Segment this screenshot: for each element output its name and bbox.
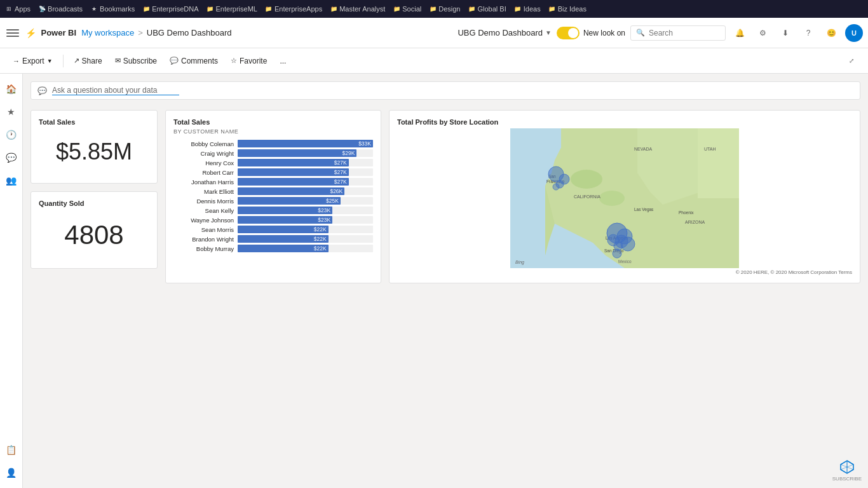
- hamburger-menu[interactable]: [5, 25, 20, 41]
- map-svg: NEVADA CALIFORNIA UTAH ARIZONA San Franc…: [397, 128, 852, 268]
- header-center: UBG Demo Dashboard ▼: [458, 28, 552, 37]
- bar-fill: $22K: [238, 235, 329, 243]
- subscribe-label: SUBSCRIBE: [832, 476, 862, 482]
- total-sales-card: Total Sales $5.85M: [31, 110, 158, 184]
- notification-icon[interactable]: 🔔: [731, 24, 749, 42]
- svg-text:CALIFORNIA: CALIFORNIA: [574, 194, 600, 199]
- sidebar-favorites[interactable]: ★: [1, 102, 22, 122]
- bm-ideas[interactable]: 📁 Ideas: [514, 5, 541, 13]
- bar-label: Dennis Morris: [173, 198, 234, 205]
- bar-row: Brandon Wright$22K: [173, 235, 373, 243]
- bar-value: $33K: [358, 140, 373, 147]
- bm-social[interactable]: 📁 Social: [393, 5, 421, 13]
- bm-enterpriseapps[interactable]: 📁 EnterpriseApps: [265, 5, 322, 13]
- sidebar-shared[interactable]: 👥: [1, 170, 22, 191]
- header-left: ⚡ Power BI My workspace > UBG Demo Dashb…: [5, 25, 452, 41]
- toggle-switch[interactable]: [557, 27, 580, 39]
- mail-icon: ✉: [115, 57, 121, 65]
- breadcrumb-separator: >: [138, 28, 143, 37]
- svg-text:UTAH: UTAH: [704, 147, 716, 151]
- ask-question-bar[interactable]: 💬 Ask a question about your data: [31, 81, 860, 100]
- bm-enterpriseml[interactable]: 📁 EnterpriseML: [207, 5, 257, 13]
- bm-bizideas[interactable]: 📁 Biz Ideas: [548, 5, 587, 13]
- breadcrumb: My workspace > UBG Demo Dashboard: [81, 28, 231, 37]
- help-icon[interactable]: ?: [799, 24, 817, 42]
- bar-label: Bobby Murray: [173, 245, 234, 252]
- folder-icon: 📁: [548, 5, 556, 13]
- svg-text:Las Vegas: Las Vegas: [634, 207, 654, 212]
- map-container: NEVADA CALIFORNIA UTAH ARIZONA San Franc…: [397, 128, 852, 268]
- sidebar-apps[interactable]: 💬: [1, 147, 22, 168]
- share-icon: ↗: [74, 57, 79, 65]
- bar-row: Wayne Johnson$23K: [173, 216, 373, 224]
- bar-fill: $22K: [238, 245, 329, 252]
- toolbar: → Export ▼ ↗ Share ✉ Subscribe 💬 Comment…: [0, 48, 868, 74]
- sidebar-home[interactable]: 🏠: [1, 79, 22, 99]
- svg-text:Bing: Bing: [515, 260, 524, 265]
- share-button[interactable]: ↗ Share: [69, 54, 107, 68]
- bar-track: $25K: [238, 197, 373, 205]
- feedback-icon[interactable]: 😊: [822, 24, 840, 42]
- download-icon[interactable]: ⬇: [776, 24, 794, 42]
- bm-apps[interactable]: ⊞ Apps: [5, 5, 31, 13]
- bar-row: Sean Kelly$23K: [173, 207, 373, 214]
- bookmarks-bar: ⊞ Apps 📡 Broadcasts ★ Bookmarks 📁 Enterp…: [0, 0, 868, 18]
- ask-question-text[interactable]: Ask a question about your data: [52, 86, 853, 95]
- quantity-sold-value: 4808: [39, 210, 149, 261]
- map-card: Total Profits by Store Location: [389, 110, 860, 283]
- more-button[interactable]: ...: [275, 54, 291, 68]
- avatar[interactable]: U: [845, 24, 863, 42]
- bar-row: Robert Carr$27K: [173, 168, 373, 176]
- bar-track: $23K: [238, 216, 373, 224]
- toggle-knob: [568, 28, 578, 38]
- bm-globalbi[interactable]: 📁 Global BI: [468, 5, 506, 13]
- star-icon: ★: [90, 5, 98, 13]
- bar-fill: $26K: [238, 187, 344, 195]
- search-box[interactable]: 🔍: [630, 25, 726, 41]
- bar-chart-subtitle: BY CUSTOMER NAME: [173, 128, 373, 135]
- sidebar-recent[interactable]: 🕐: [1, 125, 22, 145]
- bar-label: Brandon Wright: [173, 236, 234, 243]
- broadcasts-icon: 📡: [38, 5, 46, 13]
- power-bi-logo: ⚡: [25, 28, 36, 38]
- svg-rect-6: [510, 128, 545, 268]
- bar-value: $29K: [342, 150, 357, 156]
- settings-icon[interactable]: ⚙: [754, 24, 771, 42]
- bar-value: $23K: [318, 217, 332, 223]
- bar-track: $33K: [238, 140, 373, 147]
- sidebar: 🏠 ★ 🕐 💬 👥 📋 👤: [0, 74, 23, 488]
- bm-design[interactable]: 📁 Design: [429, 5, 460, 13]
- svg-marker-4: [663, 205, 739, 268]
- search-input[interactable]: [649, 29, 720, 37]
- bar-track: $26K: [238, 187, 373, 195]
- comments-button[interactable]: 💬 Comments: [165, 54, 223, 68]
- bar-fill: $22K: [238, 226, 329, 233]
- app-name: Power BI: [41, 28, 77, 37]
- bar-row: Henry Cox$27K: [173, 159, 373, 166]
- export-button[interactable]: → Export ▼: [8, 54, 58, 68]
- svg-point-29: [613, 249, 621, 258]
- workspace-link[interactable]: My workspace: [81, 28, 134, 37]
- new-look-toggle[interactable]: New look on: [557, 27, 625, 39]
- bar-fill: $25K: [238, 197, 341, 205]
- svg-text:Phoenix: Phoenix: [679, 210, 694, 215]
- folder-icon: 📁: [265, 5, 273, 13]
- bar-track: $29K: [238, 149, 373, 157]
- map-title: Total Profits by Store Location: [397, 118, 852, 126]
- folder-icon: 📁: [207, 5, 214, 13]
- sidebar-profile[interactable]: 👤: [1, 463, 22, 483]
- chevron-down-icon[interactable]: ▼: [545, 29, 552, 36]
- map-footer: © 2020 HERE, © 2020 Microsoft Corporatio…: [397, 269, 852, 275]
- bar-track: $23K: [238, 207, 373, 214]
- bm-broadcasts[interactable]: 📡 Broadcasts: [38, 5, 83, 13]
- bm-bookmarks[interactable]: ★ Bookmarks: [90, 5, 135, 13]
- bar-fill: $27K: [238, 178, 349, 186]
- sidebar-workspaces[interactable]: 📋: [1, 440, 22, 460]
- bar-label: Sean Morris: [173, 226, 234, 233]
- subscribe-button[interactable]: ✉ Subscribe: [110, 54, 162, 68]
- fullscreen-icon[interactable]: ⤢: [843, 52, 860, 70]
- svg-point-7: [571, 170, 602, 189]
- bm-enterprisedna[interactable]: 📁 EnterpriseDNA: [142, 5, 198, 13]
- favorite-button[interactable]: ☆ Favorite: [226, 54, 272, 68]
- bm-masteranalyst[interactable]: 📁 Master Analyst: [330, 5, 385, 13]
